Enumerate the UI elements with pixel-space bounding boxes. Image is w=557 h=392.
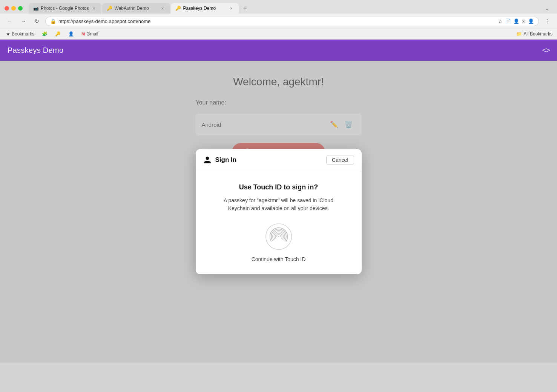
modal-title: Sign In	[215, 156, 237, 164]
forward-button[interactable]: →	[18, 16, 29, 26]
puzzle-icon: 🧩	[42, 31, 48, 37]
nav-bar: ← → ↻ 🔒 https://passkeys-demo.appspot.co…	[0, 14, 557, 29]
tab-bar: 📷 Photos - Google Photos ✕ 🔑 WebAuthn De…	[29, 3, 552, 14]
modal-question: Use Touch ID to sign in?	[239, 183, 318, 191]
title-bar: 📷 Photos - Google Photos ✕ 🔑 WebAuthn De…	[0, 0, 557, 14]
traffic-lights	[5, 6, 23, 11]
new-tab-button[interactable]: +	[239, 3, 250, 14]
all-bookmarks-label: All Bookmarks	[523, 31, 552, 37]
modal-cta-text: Continue with Touch ID	[252, 256, 306, 262]
folder-icon: 📁	[516, 31, 522, 37]
tab-overflow-button[interactable]: ⌄	[542, 3, 552, 14]
modal-cancel-button[interactable]: Cancel	[326, 155, 354, 165]
modal-overlay: Sign In Cancel Use Touch ID to sign in? …	[0, 61, 557, 363]
tab-passkeys[interactable]: 🔑 Passkeys Demo ✕	[171, 3, 239, 14]
code-icon[interactable]: <>	[542, 46, 549, 55]
sign-in-modal: Sign In Cancel Use Touch ID to sign in? …	[196, 149, 362, 274]
gmail-icon: M	[81, 32, 85, 36]
minimize-button[interactable]	[11, 6, 16, 11]
person-icon	[203, 156, 212, 164]
bookmarks-label: Bookmarks	[12, 31, 34, 37]
close-button[interactable]	[5, 6, 9, 11]
app-header: Passkeys Demo <>	[0, 40, 557, 61]
modal-header-left: Sign In	[203, 156, 237, 164]
bookmark-person[interactable]: 👤	[67, 31, 75, 37]
bookmarks-folder-icon[interactable]: ★ Bookmarks	[5, 31, 36, 37]
reload-button[interactable]: ↻	[32, 16, 42, 26]
app-title: Passkeys Demo	[8, 46, 63, 55]
modal-body: Use Touch ID to sign in? A passkey for "…	[196, 171, 362, 274]
tab-title-photos: Photos - Google Photos	[41, 6, 89, 11]
star-icon[interactable]: ☆	[498, 18, 503, 24]
tab-favicon-passkeys: 🔑	[175, 6, 181, 11]
tab-photos[interactable]: 📷 Photos - Google Photos ✕	[29, 3, 101, 14]
bookmark-extensions[interactable]: 🧩	[40, 31, 49, 37]
tab-favicon-webauthn: 🔑	[107, 6, 112, 11]
tab-title-passkeys: Passkeys Demo	[183, 6, 226, 11]
tab-close-photos[interactable]: ✕	[91, 5, 97, 11]
key-icon: 🔑	[55, 31, 61, 37]
tab-webauthn[interactable]: 🔑 WebAuthn Demo ✕	[102, 3, 170, 14]
browser-chrome: 📷 Photos - Google Photos ✕ 🔑 WebAuthn De…	[0, 0, 557, 40]
more-options-button[interactable]: ⋮	[542, 16, 552, 26]
person-icon[interactable]: 👤	[513, 18, 519, 24]
back-button[interactable]: ←	[5, 16, 15, 26]
maximize-button[interactable]	[18, 6, 23, 11]
bookmark-key[interactable]: 🔑	[54, 31, 62, 37]
modal-header: Sign In Cancel	[196, 149, 362, 171]
bookmark-gmail[interactable]: M Gmail	[80, 31, 100, 37]
address-bar[interactable]: 🔒 https://passkeys-demo.appspot.com/home…	[45, 17, 539, 26]
split-view-icon[interactable]: ⊡	[522, 18, 526, 24]
fingerprint-icon[interactable]	[265, 223, 292, 250]
tab-close-passkeys[interactable]: ✕	[228, 5, 234, 11]
all-bookmarks[interactable]: 📁 All Bookmarks	[516, 31, 552, 37]
tab-favicon-photos: 📷	[33, 6, 38, 11]
reader-icon[interactable]: 📄	[505, 18, 511, 24]
gmail-label: Gmail	[86, 31, 98, 37]
page-content: Welcome, agektmr! Your name: Android ✏️ …	[0, 61, 557, 363]
tab-title-webauthn: WebAuthn Demo	[114, 6, 157, 11]
profile-icon[interactable]: 👤	[528, 18, 534, 24]
svg-point-1	[278, 236, 279, 237]
person-bookmark-icon: 👤	[68, 31, 74, 37]
tab-close-webauthn[interactable]: ✕	[160, 5, 166, 11]
lock-icon: 🔒	[50, 18, 56, 24]
url-text: https://passkeys-demo.appspot.com/home	[58, 18, 496, 24]
star-bookmarks-icon: ★	[6, 31, 10, 37]
bookmarks-bar: ★ Bookmarks 🧩 🔑 👤 M Gmail 📁 All Bookmark…	[0, 29, 557, 39]
modal-description: A passkey for "agektmr" will be saved in…	[218, 197, 339, 212]
